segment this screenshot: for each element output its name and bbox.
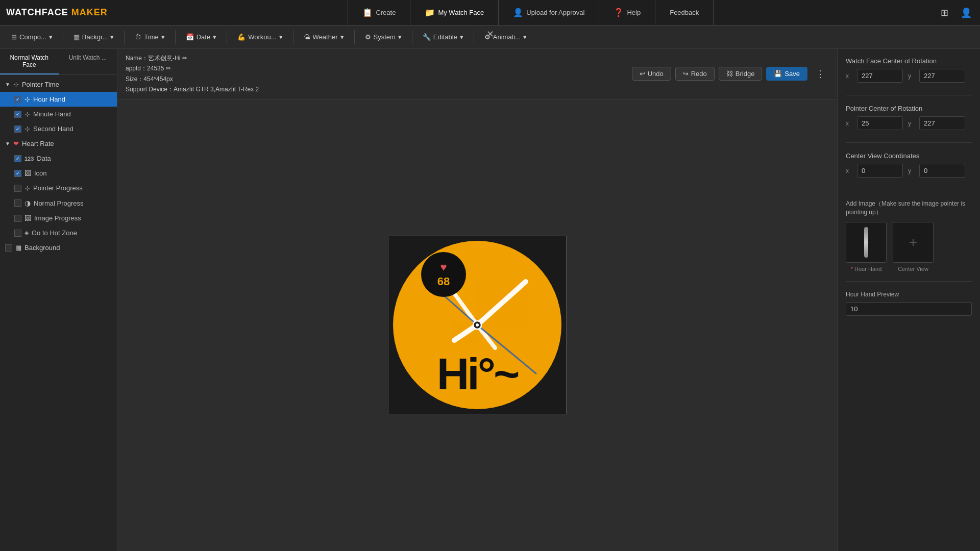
icon-icon: 🖼	[24, 169, 31, 177]
layer-group-heart-rate[interactable]: ▼ ❤ Heart Rate	[0, 136, 117, 151]
nav-feedback[interactable]: Feedback	[655, 0, 714, 26]
date-icon: 📅	[186, 33, 194, 41]
toolbar-backgr-btn[interactable]: ▦ Backgr... ▾	[66, 30, 121, 44]
image-progress-checkbox[interactable]	[14, 215, 21, 222]
close-button[interactable]: ✕	[486, 30, 494, 39]
layer-item-normal-progress[interactable]: ◑ Normal Progress	[0, 195, 117, 211]
svg-line-0	[477, 282, 526, 325]
hour-hand-preview-img	[864, 227, 868, 258]
tab-normal-watch-face[interactable]: Normal Watch Face	[0, 49, 59, 74]
wf-center-y-input[interactable]	[919, 69, 965, 83]
layer-item-pointer-progress[interactable]: ⊹ Pointer Progress	[0, 181, 117, 195]
toolbar-weather-btn[interactable]: 🌤 Weather ▾	[297, 30, 351, 44]
add-image-section: Add Image（Make sure the image pointer is…	[846, 199, 972, 272]
sep5	[293, 30, 293, 44]
wf-center-x-input[interactable]	[857, 69, 903, 83]
app-logo: WATCHFACE MAKER	[6, 7, 108, 18]
pointer-center-y-input[interactable]	[919, 116, 965, 130]
nav-right: ⊞ 👤	[939, 5, 974, 20]
data-checkbox[interactable]: ✓	[14, 155, 21, 162]
toolbar: ✕ ⊞ Compo... ▾ ▦ Backgr... ▾ ⏱ Time ▾ 📅 …	[0, 26, 980, 49]
center-view-row: x y	[846, 164, 972, 178]
weather-chevron: ▾	[340, 33, 344, 41]
center-view-x-input[interactable]	[857, 164, 903, 178]
nav-create[interactable]: 📋 Create	[348, 0, 410, 26]
toolbar-editable-btn[interactable]: 🔧 Editable ▾	[415, 30, 471, 44]
divider1	[846, 95, 972, 95]
right-panel: Watch Face Center of Rotation x y Pointe…	[837, 49, 980, 551]
sep6	[354, 30, 355, 44]
svg-line-4	[477, 325, 536, 373]
canvas-area[interactable]: ♥ 68 Hi°~	[117, 99, 837, 551]
icon-checkbox[interactable]: ✓	[14, 170, 21, 177]
pointer-center-row: x y	[846, 116, 972, 130]
normal-progress-checkbox[interactable]	[14, 199, 21, 207]
layer-item-go-to-hot-zone[interactable]: ◈ Go to Hot Zone	[0, 226, 117, 240]
center-view-y-input[interactable]	[919, 164, 965, 178]
editable-chevron: ▾	[460, 33, 463, 41]
expand-heart-icon: ▼	[5, 141, 10, 146]
background-checkbox[interactable]	[5, 244, 12, 252]
add-image-slot[interactable]: +	[893, 222, 934, 263]
toolbar-workout-btn[interactable]: 💪 Workou... ▾	[230, 30, 289, 44]
edit-name-icon[interactable]: ✏	[182, 55, 187, 62]
layer-item-image-progress[interactable]: 🖼 Image Progress	[0, 211, 117, 226]
sep1	[63, 30, 63, 44]
wf-center-section: Watch Face Center of Rotation x y	[846, 57, 972, 86]
toolbar-compo-btn[interactable]: ⊞ Compo... ▾	[4, 30, 60, 44]
center-view-title: Center View Coordinates	[846, 152, 972, 160]
layer-item-second-hand[interactable]: ✓ ⊹ Second Hand	[0, 121, 117, 136]
pointer-center-x-label: x	[846, 120, 852, 127]
toolbar-date-btn[interactable]: 📅 Date ▾	[179, 30, 224, 44]
pointer-time-icon: ⊹	[13, 81, 19, 88]
layer-item-minute-hand[interactable]: ✓ ⊹ Minute Hand	[0, 107, 117, 121]
panel-tabs: Normal Watch Face Unlit Watch ...	[0, 49, 117, 75]
pointer-center-x-input[interactable]	[857, 116, 903, 130]
hour-hand-checkbox[interactable]: ✓	[14, 96, 21, 103]
undo-button[interactable]: ↩ Undo	[632, 67, 671, 81]
minute-hand-checkbox[interactable]: ✓	[14, 111, 21, 118]
layer-list: ▼ ⊹ Pointer Time ✓ ⊹ Hour Hand ✓ ⊹ Minut…	[0, 75, 117, 551]
weather-icon: 🌤	[304, 33, 310, 41]
upload-icon: 👤	[513, 8, 523, 17]
pointer-progress-checkbox[interactable]	[14, 185, 21, 192]
svg-point-7	[476, 323, 479, 327]
edit-appid-icon[interactable]: ✏	[166, 65, 171, 72]
divider4	[846, 281, 972, 282]
hour-hand-image-slot[interactable]	[846, 222, 887, 263]
clock-hands-svg	[393, 241, 561, 409]
preview-value-input[interactable]	[846, 302, 972, 316]
more-options-button[interactable]: ⋮	[812, 66, 829, 82]
go-to-hot-zone-checkbox[interactable]	[14, 230, 21, 237]
left-panel: Normal Watch Face Unlit Watch ... ▼ ⊹ Po…	[0, 49, 117, 551]
sep2	[124, 30, 125, 44]
layer-item-background[interactable]: ▦ Background	[0, 240, 117, 255]
toolbar-system-btn[interactable]: ⚙ System ▾	[358, 30, 409, 44]
bridge-button[interactable]: ⛓ Bridge	[719, 67, 763, 81]
pointer-center-section: Pointer Center of Rotation x y	[846, 105, 972, 133]
user-icon-btn[interactable]: 👤	[959, 5, 974, 20]
heart-rate-icon: ❤	[13, 140, 19, 147]
save-icon: 💾	[774, 70, 782, 78]
display-icon-btn[interactable]: ⊞	[939, 5, 950, 20]
second-hand-checkbox[interactable]: ✓	[14, 126, 21, 133]
layer-group-pointer-time[interactable]: ▼ ⊹ Pointer Time	[0, 77, 117, 92]
tab-unlit-watch-face[interactable]: Unlit Watch ...	[59, 49, 117, 74]
canvas-info-bar: Name：艺术创意-Hi ✏ appId：24535 ✏ Size：454*45…	[117, 49, 837, 99]
center-canvas: Name：艺术创意-Hi ✏ appId：24535 ✏ Size：454*45…	[117, 49, 837, 551]
save-button[interactable]: 💾 Save	[766, 67, 807, 81]
nav-my-watch-face[interactable]: 📁 My Watch Face	[410, 0, 499, 26]
nav-upload[interactable]: 👤 Upload for Approval	[499, 0, 599, 26]
toolbar-time-btn[interactable]: ⏱ Time ▾	[128, 30, 172, 44]
hour-hand-slot-label: * Hour Hand	[851, 266, 882, 272]
layer-item-icon[interactable]: ✓ 🖼 Icon	[0, 166, 117, 181]
nav-help[interactable]: ❓ Help	[599, 0, 655, 26]
center-view-x-label: x	[846, 167, 852, 174]
redo-button[interactable]: ↪ Redo	[675, 67, 715, 81]
layer-item-hour-hand[interactable]: ✓ ⊹ Hour Hand	[0, 92, 117, 107]
folder-icon: 📁	[425, 8, 435, 17]
watchface-container: ♥ 68 Hi°~	[388, 236, 567, 414]
layer-item-data[interactable]: ✓ 123 Data	[0, 151, 117, 166]
toolbar-animati-btn[interactable]: ⚙ Animati... ▾	[477, 30, 534, 44]
wf-center-title: Watch Face Center of Rotation	[846, 57, 972, 65]
